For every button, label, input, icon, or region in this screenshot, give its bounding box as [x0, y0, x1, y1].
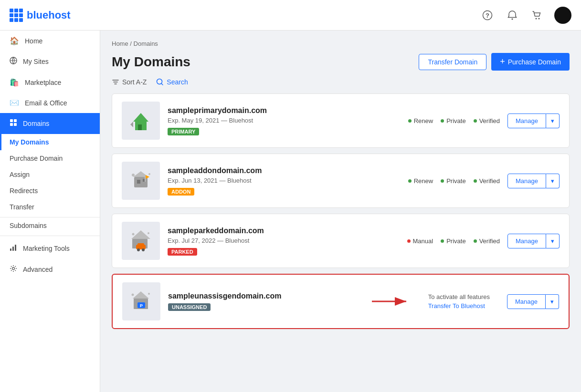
domain-card-parked: sampleparkeddomain.com Exp. Jul 27, 2022…: [112, 214, 570, 268]
sidebar-label-marketing-tools: Marketing Tools: [23, 245, 70, 252]
sidebar-item-marketing-tools[interactable]: Marketing Tools: [0, 238, 100, 259]
header-icons: ?: [480, 7, 571, 24]
page-title: My Domains: [112, 54, 419, 70]
manage-dropdown-unassigned[interactable]: ▾: [546, 294, 559, 309]
status-manual-label: Manual: [413, 237, 433, 245]
manage-dropdown-addon[interactable]: ▾: [546, 174, 560, 188]
page-header: My Domains Transfer Domain + Purchase Do…: [112, 53, 570, 71]
domain-name-unassigned: sampleunassisgendomain.com: [168, 292, 354, 300]
transfer-to-bluehost-link[interactable]: Transfer To Bluehost: [428, 302, 490, 309]
breadcrumb-current: Domains: [134, 40, 158, 47]
logo-area: bluehost: [10, 9, 480, 22]
app-header: bluehost ?: [0, 0, 581, 31]
domains-icon: [10, 119, 17, 128]
main-content: Home / Domains My Domains Transfer Domai…: [100, 31, 581, 392]
domain-thumb-primary: [122, 102, 160, 140]
search-label: Search: [167, 78, 188, 86]
sidebar-item-domains[interactable]: Domains: [0, 113, 100, 134]
email-icon: ✉️: [10, 98, 19, 107]
sidebar-sub-transfer[interactable]: Transfer: [0, 199, 100, 215]
dot-verified-parked: [474, 239, 477, 243]
marketing-tools-icon: [10, 244, 17, 253]
sidebar-sub-my-domains[interactable]: My Domains: [0, 134, 100, 150]
domain-name-primary: sampleprimarydomain.com: [168, 106, 401, 115]
breadcrumb-separator: /: [130, 40, 132, 47]
svg-point-37: [148, 232, 149, 234]
svg-text:?: ?: [486, 12, 489, 19]
svg-rect-18: [138, 124, 142, 130]
domain-card-primary: sampleprimarydomain.com Exp. May 19, 202…: [112, 93, 570, 148]
avatar[interactable]: [554, 7, 571, 24]
sidebar-sub-purchase-domain[interactable]: Purchase Domain: [0, 150, 100, 166]
help-icon[interactable]: ?: [480, 8, 495, 23]
domain-exp-addon: Exp. Jun 13, 2021 — Bluehost: [168, 177, 401, 184]
domain-status-parked: Manual Private Verified: [407, 237, 500, 245]
status-verified-primary: Verified: [474, 117, 500, 124]
manage-button-unassigned[interactable]: Manage: [507, 294, 546, 309]
svg-point-3: [536, 18, 537, 19]
activate-text: To activate all features: [428, 293, 490, 300]
manage-button-primary[interactable]: Manage: [507, 113, 546, 128]
dot-renew-addon: [408, 179, 412, 183]
manage-dropdown-parked[interactable]: ▾: [546, 234, 560, 248]
sidebar-label-my-sites: My Sites: [23, 58, 49, 65]
status-private-label: Private: [446, 117, 465, 124]
sidebar-item-email-office[interactable]: ✉️ Email & Office: [0, 93, 100, 113]
domain-thumb-unassigned: P: [122, 282, 160, 320]
domain-card-addon: sampleaddondomain.com Exp. Jun 13, 2021 …: [112, 154, 570, 208]
status-verified-parked: Verified: [474, 237, 500, 245]
notification-icon[interactable]: [505, 8, 520, 23]
status-private-addon: Private: [441, 177, 465, 185]
sidebar-sub-assign[interactable]: Assign: [0, 166, 100, 183]
purchase-plus-icon: +: [500, 57, 505, 67]
purchase-domain-button[interactable]: + Purchase Domain: [491, 53, 570, 71]
manage-button-parked[interactable]: Manage: [507, 234, 546, 248]
sidebar-sub-subdomains[interactable]: Subdomains: [0, 217, 100, 234]
domain-badge-parked: Parked: [168, 248, 197, 256]
domain-actions-primary: Manage ▾: [507, 113, 560, 128]
svg-point-13: [12, 268, 15, 270]
manage-dropdown-primary[interactable]: ▾: [546, 113, 560, 128]
search-control[interactable]: Search: [156, 78, 188, 86]
svg-rect-10: [10, 248, 11, 251]
home-icon: 🏠: [10, 36, 19, 45]
status-private-parked: Private: [441, 237, 465, 245]
status-private-primary: Private: [441, 117, 465, 124]
purchase-domain-label: Purchase Domain: [508, 58, 561, 66]
status-private-parked-label: Private: [446, 237, 465, 245]
sidebar-item-my-sites[interactable]: My Sites: [0, 51, 100, 72]
domain-info-primary: sampleprimarydomain.com Exp. May 19, 202…: [168, 106, 401, 135]
dot-private-parked: [441, 239, 444, 243]
domain-info-parked: sampleparkeddomain.com Exp. Jul 27, 2022…: [168, 227, 400, 256]
breadcrumb-home[interactable]: Home: [112, 40, 128, 47]
sort-control[interactable]: Sort A-Z: [112, 78, 147, 86]
domain-actions-unassigned: Manage ▾: [507, 294, 559, 309]
dot-renew: [408, 119, 412, 123]
sidebar-label-advanced: Advanced: [23, 266, 53, 273]
dot-verified: [474, 119, 477, 123]
domain-card-unassigned: P sampleunassisgendomain.com Unassigned: [112, 274, 570, 329]
status-verified-label: Verified: [479, 117, 500, 124]
transfer-domain-button[interactable]: Transfer Domain: [419, 54, 486, 70]
svg-point-34: [137, 248, 140, 251]
sidebar-item-advanced[interactable]: Advanced: [0, 259, 100, 280]
dot-manual: [407, 239, 411, 243]
sidebar-sub-redirects[interactable]: Redirects: [0, 183, 100, 199]
svg-point-2: [512, 18, 513, 20]
sidebar-label-marketplace: Marketplace: [25, 79, 61, 86]
status-verified-addon-label: Verified: [479, 177, 500, 185]
domain-name-addon: sampleaddondomain.com: [168, 166, 401, 175]
search-icon: [156, 78, 164, 86]
domain-actions-parked: Manage ▾: [507, 234, 560, 248]
cart-icon[interactable]: [529, 8, 545, 23]
svg-rect-12: [15, 245, 16, 251]
domain-exp-parked: Exp. Jul 27, 2022 — Bluehost: [168, 237, 400, 244]
dot-private: [441, 119, 444, 123]
sidebar: 🏠 Home My Sites 🛍️ Marketplace ✉️ Email …: [0, 31, 100, 392]
sidebar-item-home[interactable]: 🏠 Home: [0, 31, 100, 51]
manage-button-addon[interactable]: Manage: [507, 174, 546, 188]
sidebar-label-home: Home: [25, 37, 42, 45]
sidebar-divider: [0, 236, 100, 236]
svg-rect-23: [137, 180, 140, 184]
sidebar-item-marketplace[interactable]: 🛍️ Marketplace: [0, 72, 100, 93]
